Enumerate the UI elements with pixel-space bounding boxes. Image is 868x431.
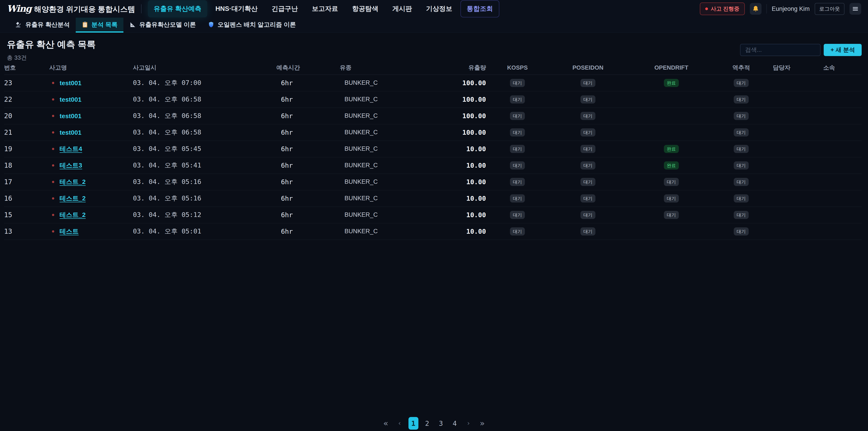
oil-type: BUNKER_C <box>340 223 454 240</box>
menu-button[interactable] <box>849 3 861 15</box>
brand-logo: Wing <box>7 3 31 14</box>
last-page-button[interactable]: » <box>477 417 487 430</box>
incident-name-link[interactable]: 테스트3 <box>60 162 82 169</box>
incident-name-link[interactable]: 테스트4 <box>60 145 82 152</box>
incident-dot-icon <box>52 115 54 117</box>
page-button-2[interactable]: 2 <box>422 417 432 430</box>
tab-diffusion-model-theory[interactable]: 유출유확산모델 이론 <box>123 18 202 33</box>
incident-dot-icon <box>52 131 54 133</box>
backtrack-status-badge: 대기 <box>734 178 749 186</box>
col-forecast-time: 예측시간 <box>276 61 340 74</box>
nav-item-board[interactable]: 게시판 <box>386 0 418 18</box>
microscope-icon <box>15 21 22 28</box>
spill-amount: 10.00 <box>454 141 486 157</box>
table-row: 20 test001 03. 04. 오후 06:58 6hr BUNKER_C… <box>4 107 862 124</box>
manager-cell <box>767 157 797 174</box>
incident-dot-icon <box>52 214 54 216</box>
table-body: 23 test001 03. 04. 오후 07:00 6hr BUNKER_C… <box>4 74 862 240</box>
hamburger-icon <box>852 5 859 12</box>
notification-bell-button[interactable] <box>750 3 762 15</box>
incident-dot-icon <box>52 98 54 100</box>
incident-name-link[interactable]: test001 <box>60 96 82 103</box>
nav-item-weather-info[interactable]: 기상정보 <box>420 0 458 18</box>
incident-name-link[interactable]: test001 <box>60 112 82 119</box>
tab-oil-spill-analysis[interactable]: 유출유 확산분석 <box>9 18 76 33</box>
incident-name-link[interactable]: 테스트_2 <box>60 211 86 218</box>
poseidon-status-badge: 대기 <box>581 211 595 219</box>
oil-type: BUNKER_C <box>340 190 454 207</box>
org-cell <box>797 141 862 157</box>
table-row: 23 test001 03. 04. 오후 07:00 6hr BUNKER_C… <box>4 74 862 91</box>
next-page-button[interactable]: › <box>464 417 473 430</box>
page-button-4[interactable]: 4 <box>450 417 460 430</box>
spill-amount: 10.00 <box>454 174 486 190</box>
backtrack-status-badge: 대기 <box>734 211 749 219</box>
row-number: 20 <box>4 107 49 124</box>
nav-item-aerial-search[interactable]: 항공탐색 <box>346 0 384 18</box>
nav-item-oil-spill-prediction[interactable]: 유출유 확산예측 <box>148 0 207 18</box>
incident-datetime: 03. 04. 오후 05:01 <box>133 223 276 240</box>
tab-label: 유출유 확산분석 <box>25 21 70 29</box>
org-cell <box>797 223 862 240</box>
oil-type: BUNKER_C <box>340 74 454 91</box>
search-input[interactable] <box>740 44 820 56</box>
nav-item-hns-air-diffusion[interactable]: HNS·대기확산 <box>210 0 264 18</box>
row-number: 22 <box>4 91 49 107</box>
col-incident-name: 사고명 <box>49 61 133 74</box>
row-number: 23 <box>4 74 49 91</box>
main-nav: 유출유 확산예측 HNS·대기확산 긴급구난 보고자료 항공탐색 게시판 기상정… <box>148 0 499 18</box>
manager-cell <box>767 74 797 91</box>
spill-amount: 100.00 <box>454 124 486 141</box>
forecast-hours: 6hr <box>276 174 340 190</box>
backtrack-status-badge: 대기 <box>734 79 749 87</box>
oil-type: BUNKER_C <box>340 124 454 141</box>
nav-item-emergency-rescue[interactable]: 긴급구난 <box>266 0 304 18</box>
forecast-hours: 6hr <box>276 157 340 174</box>
oil-type: BUNKER_C <box>340 91 454 107</box>
spill-amount: 10.00 <box>454 190 486 207</box>
incident-datetime: 03. 04. 오후 06:58 <box>133 124 276 141</box>
tab-oil-fence-algorithm-theory[interactable]: 오일펜스 배치 알고리즘 이론 <box>202 18 302 33</box>
page-title: 유출유 확산 예측 목록 <box>7 38 96 51</box>
pagination: « ‹ 1 2 3 4 › » <box>0 417 868 430</box>
nav-item-integrated-search[interactable]: 통합조회 <box>460 0 499 18</box>
prev-page-button[interactable]: ‹ <box>395 417 405 430</box>
tab-label: 오일펜스 배치 알고리즘 이론 <box>218 21 296 29</box>
nav-item-reports[interactable]: 보고자료 <box>306 0 344 18</box>
manager-cell <box>767 141 797 157</box>
incident-name-link[interactable]: 테스트_2 <box>60 178 86 185</box>
manager-cell <box>767 223 797 240</box>
page-button-3[interactable]: 3 <box>436 417 446 430</box>
total-count: 총 33건 <box>7 54 96 62</box>
forecast-hours: 6hr <box>276 207 340 223</box>
col-oil-type: 유종 <box>340 61 454 74</box>
poseidon-status-badge: 대기 <box>581 145 595 153</box>
manager-cell <box>767 107 797 124</box>
oil-type: BUNKER_C <box>340 107 454 124</box>
incident-in-progress-badge[interactable]: 사고 진행중 <box>700 2 745 15</box>
incident-dot-icon <box>52 164 54 166</box>
forecast-hours: 6hr <box>276 223 340 240</box>
first-page-button[interactable]: « <box>381 417 391 430</box>
incident-name-link[interactable]: 테스트_2 <box>60 195 86 202</box>
backtrack-status-badge: 대기 <box>734 95 749 103</box>
tab-label: 유출유확산모델 이론 <box>139 21 196 29</box>
org-cell <box>797 74 862 91</box>
new-analysis-button[interactable]: + 새 분석 <box>824 44 862 56</box>
incident-name-link[interactable]: test001 <box>60 79 82 86</box>
top-navbar: Wing 해양환경 위기대응 통합시스템 유출유 확산예측 HNS·대기확산 긴… <box>0 0 868 18</box>
logout-button[interactable]: 로그아웃 <box>815 3 844 15</box>
row-number: 17 <box>4 174 49 190</box>
kosps-status-badge: 대기 <box>510 128 525 136</box>
tab-analysis-list[interactable]: 분석 목록 <box>76 18 124 33</box>
table-row: 15 테스트_2 03. 04. 오후 05:12 6hr BUNKER_C 1… <box>4 207 862 223</box>
page-button-1[interactable]: 1 <box>408 417 418 430</box>
col-poseidon: POSEIDON <box>549 61 627 74</box>
triangle-ruler-icon <box>129 21 136 28</box>
incident-name-link[interactable]: 테스트 <box>60 228 79 235</box>
poseidon-status-badge: 대기 <box>581 128 595 136</box>
poseidon-status-badge: 대기 <box>581 112 595 120</box>
poseidon-status-badge: 대기 <box>581 227 595 236</box>
incident-name-link[interactable]: test001 <box>60 129 82 136</box>
kosps-status-badge: 대기 <box>510 227 525 236</box>
